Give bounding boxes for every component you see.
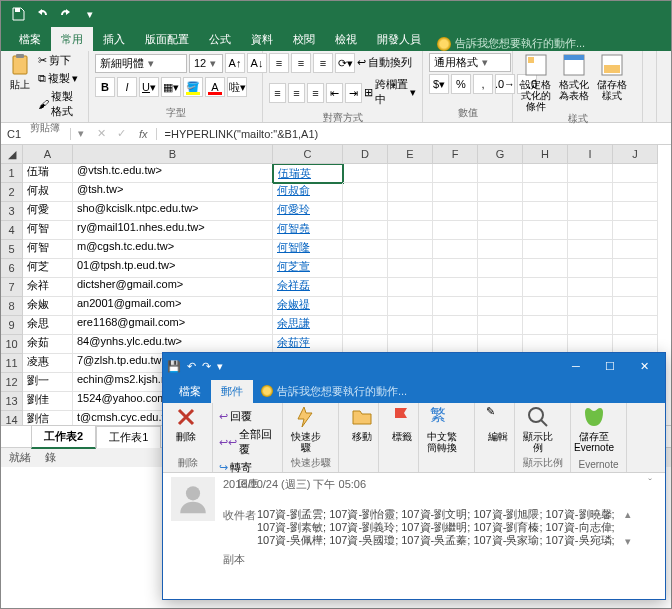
cell[interactable] [613, 202, 658, 221]
edit-button[interactable]: ✎編輯 [481, 405, 515, 442]
row-header[interactable]: 9 [1, 316, 23, 335]
cell[interactable] [568, 221, 613, 240]
tab-data[interactable]: 資料 [241, 27, 283, 51]
comma-icon[interactable]: , [473, 74, 493, 94]
confirm-formula-icon[interactable]: ✓ [111, 127, 131, 140]
font-name-select[interactable]: 新細明體▾ [95, 54, 187, 73]
cell[interactable] [343, 164, 388, 183]
cell[interactable] [568, 240, 613, 259]
underline-button[interactable]: U▾ [139, 77, 159, 97]
cell[interactable] [568, 202, 613, 221]
cell[interactable] [388, 183, 433, 202]
col-header-E[interactable]: E [388, 145, 433, 164]
cell[interactable] [523, 316, 568, 335]
cell[interactable] [388, 259, 433, 278]
cell[interactable] [388, 221, 433, 240]
cell[interactable] [613, 183, 658, 202]
cell[interactable] [523, 202, 568, 221]
sheet-tab-2[interactable]: 工作表2 [31, 425, 96, 449]
align-center-icon[interactable]: ≡ [288, 83, 305, 103]
cell[interactable] [433, 316, 478, 335]
col-header-H[interactable]: H [523, 145, 568, 164]
cell[interactable]: 劉一 [23, 373, 73, 392]
cell[interactable] [568, 316, 613, 335]
cell[interactable]: 何智堯 [273, 221, 343, 240]
cell-styles-button[interactable]: 儲存格樣式 [595, 53, 629, 101]
row-header[interactable]: 7 [1, 278, 23, 297]
qat-dd-icon[interactable]: ▾ [217, 360, 223, 373]
paste-button[interactable]: 貼上 [7, 53, 34, 90]
row-header[interactable]: 10 [1, 335, 23, 354]
align-middle-icon[interactable]: ≡ [291, 53, 311, 73]
fx-icon[interactable]: fx [131, 128, 157, 140]
quicksteps-button[interactable]: 快速步驟 [289, 405, 323, 453]
copy-button[interactable]: ⧉複製 ▾ [38, 71, 82, 86]
col-header-A[interactable]: A [23, 145, 73, 164]
cell[interactable]: 凌惠 [23, 354, 73, 373]
cell[interactable]: 佘祥 [23, 278, 73, 297]
cell[interactable] [388, 278, 433, 297]
align-bottom-icon[interactable]: ≡ [313, 53, 333, 73]
cell[interactable] [433, 221, 478, 240]
col-header-I[interactable]: I [568, 145, 613, 164]
cell[interactable]: 何愛 [23, 202, 73, 221]
cell[interactable] [613, 316, 658, 335]
cell[interactable] [523, 221, 568, 240]
minimize-button[interactable]: ─ [559, 354, 593, 378]
cell[interactable]: 佘祥磊 [273, 278, 343, 297]
align-top-icon[interactable]: ≡ [269, 53, 289, 73]
italic-button[interactable]: I [117, 77, 137, 97]
insert-cells-button[interactable]: 插 [649, 53, 657, 66]
cell[interactable] [478, 297, 523, 316]
cell[interactable] [568, 259, 613, 278]
conditional-format-button[interactable]: 設定格式化的條件 [519, 53, 553, 112]
row-header[interactable]: 12 [1, 373, 23, 392]
cell[interactable] [433, 297, 478, 316]
cell[interactable] [568, 297, 613, 316]
evernote-button[interactable]: 儲存至Evernote [577, 405, 611, 453]
col-header-J[interactable]: J [613, 145, 658, 164]
cell[interactable]: 何芝 [23, 259, 73, 278]
qat-customize-icon[interactable]: ▾ [79, 3, 101, 25]
zoom-button[interactable]: 顯示比例 [521, 405, 555, 453]
row-header[interactable]: 8 [1, 297, 23, 316]
cell[interactable] [478, 316, 523, 335]
undo-icon[interactable]: ↶ [187, 360, 196, 373]
tab-file[interactable]: 檔案 [9, 27, 51, 51]
forward-button[interactable]: ↪轉寄 [219, 460, 276, 475]
cell[interactable] [478, 240, 523, 259]
col-header-F[interactable]: F [433, 145, 478, 164]
cell[interactable] [343, 278, 388, 297]
format-table-button[interactable]: 格式化為表格 [557, 53, 591, 101]
cell[interactable] [388, 316, 433, 335]
cell[interactable]: sho@kcislk.ntpc.edu.tw> [73, 202, 273, 221]
fill-color-button[interactable]: 🪣 [183, 77, 203, 97]
border-button[interactable]: ▦▾ [161, 77, 181, 97]
cell[interactable] [478, 202, 523, 221]
font-size-select[interactable]: 12▾ [189, 54, 223, 73]
font-color-button[interactable]: A [205, 77, 225, 97]
tab-home[interactable]: 常用 [51, 27, 93, 51]
cell[interactable]: 余思謙 [273, 316, 343, 335]
cell[interactable] [388, 240, 433, 259]
cell[interactable] [433, 278, 478, 297]
cell[interactable] [478, 278, 523, 297]
cell[interactable]: ere1168@gmail.com> [73, 316, 273, 335]
cell[interactable] [523, 164, 568, 183]
ol-tab-message[interactable]: 郵件 [211, 380, 253, 403]
cell[interactable]: 何愛玲 [273, 202, 343, 221]
select-all-corner[interactable]: ◢ [1, 145, 23, 164]
tab-developer[interactable]: 開發人員 [367, 27, 431, 51]
move-button[interactable]: 移動 [345, 405, 379, 442]
cell[interactable] [478, 221, 523, 240]
cell[interactable] [433, 259, 478, 278]
cell[interactable] [613, 164, 658, 183]
cht-button[interactable]: 繁中文繁簡轉換 [425, 405, 459, 453]
undo-icon[interactable] [31, 3, 53, 25]
phonetic-button[interactable]: 啦▾ [227, 77, 247, 97]
cell[interactable] [388, 297, 433, 316]
reply-button[interactable]: ↩回覆 [219, 409, 276, 424]
sheet-tab-1[interactable]: 工作表1 [96, 426, 161, 448]
col-header-B[interactable]: B [73, 145, 273, 164]
cell[interactable]: 余思 [23, 316, 73, 335]
